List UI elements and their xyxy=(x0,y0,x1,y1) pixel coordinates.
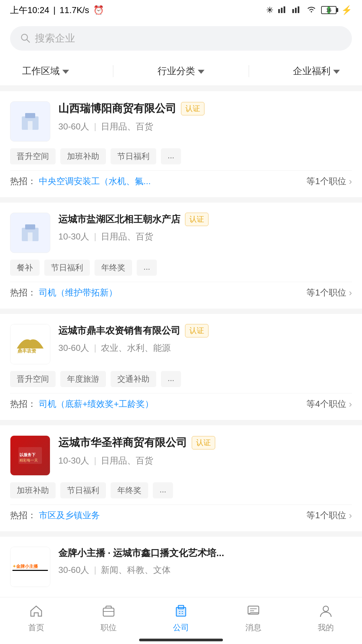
tag-2-0: 餐补 xyxy=(10,260,40,276)
hot-job-row-1[interactable]: 热招： 中央空调安装工（水机、氟... 等1个职位 › xyxy=(10,170,352,187)
nav-label-home: 首页 xyxy=(28,622,44,633)
company-meta-1: 30-60人 | 日用品、百货 xyxy=(58,121,352,132)
svg-rect-12 xyxy=(25,224,35,229)
company-info-3: 运城市鼎丰农资销售有限公司 认证 30-60人 | 农业、水利、能源 xyxy=(58,324,352,354)
svg-rect-13 xyxy=(28,232,33,241)
nav-item-jobs[interactable]: 职位 xyxy=(100,602,117,633)
company-name-4: 运城市华圣祥商贸有限公司 xyxy=(58,435,187,450)
wifi-icon xyxy=(306,5,316,15)
status-bar: 上午10:24 | 11.7K/s ⏰ ✳ xyxy=(0,0,362,20)
mine-icon xyxy=(317,602,335,620)
company-card-4[interactable]: 以服务下 精彩每一天 运城市华圣祥商贸有限公司 认证 10-30人 | 日用品、… xyxy=(0,425,362,531)
nav-item-home[interactable]: 首页 xyxy=(27,602,45,633)
hot-job-row-2[interactable]: 热招： 司机（维护带拓新） 等1个职位 › xyxy=(10,282,352,299)
svg-text:✦金牌小主播: ✦金牌小主播 xyxy=(12,564,38,569)
messages-icon xyxy=(245,602,262,620)
company-info-5: 金牌小主播 · 运城市鑫口播文化艺术培... 30-60人 | 新闻、科教、文体 xyxy=(58,547,352,576)
filter-bar: 工作区域 行业分类 企业福利 xyxy=(0,57,362,86)
tag-3-0: 晋升空间 xyxy=(10,371,56,387)
filter-work-area[interactable]: 工作区域 xyxy=(22,65,69,77)
company-name-row-5: 金牌小主播 · 运城市鑫口播文化艺术培... xyxy=(58,547,352,559)
nav-item-company[interactable]: 公司 xyxy=(172,602,190,633)
tag-3-2: 交通补助 xyxy=(111,371,156,387)
filter-divider-1 xyxy=(113,65,113,77)
alarm-icon: ⏰ xyxy=(93,5,104,15)
tag-4-2: 年终奖 xyxy=(111,482,148,498)
company-name-row-4: 运城市华圣祥商贸有限公司 认证 xyxy=(58,435,352,450)
signal-icon xyxy=(278,5,288,15)
hot-job-link-2[interactable]: 司机（维护带拓新） xyxy=(39,287,117,299)
home-icon xyxy=(27,602,45,620)
company-name-row-1: 山西瑞博阳商贸有限公司 认证 xyxy=(58,101,352,116)
tag-2-2: 年终奖 xyxy=(95,260,132,276)
search-placeholder: 搜索企业 xyxy=(35,32,75,45)
time: 上午10:24 xyxy=(10,4,49,16)
status-left: 上午10:24 | 11.7K/s ⏰ xyxy=(10,4,104,16)
company-logo-5: ✦金牌小主播 xyxy=(10,547,50,587)
filter-industry-label: 行业分类 xyxy=(158,65,195,77)
jobs-icon xyxy=(100,602,117,620)
hot-job-row-3[interactable]: 热招： 司机（底薪+绩效奖+工龄奖） 等4个职位 › xyxy=(10,393,352,410)
filter-work-area-arrow xyxy=(62,70,69,74)
search-input-wrap[interactable]: 搜索企业 xyxy=(10,26,352,51)
search-bar: 搜索企业 xyxy=(0,20,362,57)
svg-rect-10 xyxy=(28,121,33,130)
tag-4-0: 加班补助 xyxy=(10,482,56,498)
hot-job-count-2: 等1个职位 › xyxy=(306,287,352,299)
company-card-3[interactable]: 鼎丰农资 运城市鼎丰农资销售有限公司 认证 30-60人 | 农业、水利、能源 … xyxy=(0,314,362,420)
company-card-1[interactable]: 山西瑞博阳商贸有限公司 认证 30-60人 | 日用品、百货 晋升空间 加班补助… xyxy=(0,91,362,197)
tag-2-1: 节日福利 xyxy=(44,260,90,276)
separator: | xyxy=(53,5,56,15)
hot-job-row-4[interactable]: 热招： 市区及乡镇业务 等1个职位 › xyxy=(10,504,352,521)
company-card-5[interactable]: ✦金牌小主播 金牌小主播 · 运城市鑫口播文化艺术培... 30-60人 | 新… xyxy=(0,537,362,604)
arrow-right-1: › xyxy=(349,176,352,187)
hot-job-link-1[interactable]: 中央空调安装工（水机、氟... xyxy=(39,175,151,187)
company-header-5: ✦金牌小主播 金牌小主播 · 运城市鑫口播文化艺术培... 30-60人 | 新… xyxy=(10,547,352,587)
status-right: ✳ 16 ⚡ xyxy=(266,5,352,15)
company-card-2[interactable]: 运城市盐湖区北相王朝水产店 认证 10-30人 | 日用品、百货 餐补 节日福利… xyxy=(0,203,362,309)
hot-job-link-4[interactable]: 市区及乡镇业务 xyxy=(39,509,100,521)
company-header-3: 鼎丰农资 运城市鼎丰农资销售有限公司 认证 30-60人 | 农业、水利、能源 xyxy=(10,324,352,364)
company-meta-5: 30-60人 | 新闻、科教、文体 xyxy=(58,564,352,576)
company-logo-2 xyxy=(10,213,50,253)
company-info-1: 山西瑞博阳商贸有限公司 认证 30-60人 | 日用品、百货 xyxy=(58,101,352,132)
svg-rect-0 xyxy=(278,9,280,13)
svg-rect-1 xyxy=(281,8,283,13)
hot-job-count-4: 等1个职位 › xyxy=(306,509,352,521)
svg-line-7 xyxy=(27,40,29,42)
tag-3-3: ... xyxy=(161,371,181,387)
bottom-nav: 首页 职位 公司 xyxy=(0,597,362,644)
company-header-4: 以服务下 精彩每一天 运城市华圣祥商贸有限公司 认证 10-30人 | 日用品、… xyxy=(10,435,352,476)
company-name-2: 运城市盐湖区北相王朝水产店 xyxy=(58,213,180,226)
company-header-2: 运城市盐湖区北相王朝水产店 认证 10-30人 | 日用品、百货 xyxy=(10,213,352,253)
filter-industry[interactable]: 行业分类 xyxy=(158,65,204,77)
arrow-right-2: › xyxy=(349,287,352,298)
certified-badge-2: 认证 xyxy=(185,213,208,226)
company-industry-5: 新闻、科教、文体 xyxy=(101,564,171,576)
nav-item-mine[interactable]: 我的 xyxy=(317,602,335,633)
nav-label-jobs: 职位 xyxy=(101,622,117,633)
filter-work-area-label: 工作区域 xyxy=(22,65,60,77)
company-icon xyxy=(172,602,190,620)
nav-item-messages[interactable]: 消息 xyxy=(245,602,262,633)
company-industry-2: 日用品、百货 xyxy=(101,231,153,243)
filter-benefits[interactable]: 企业福利 xyxy=(293,65,340,77)
company-info-2: 运城市盐湖区北相王朝水产店 认证 10-30人 | 日用品、百货 xyxy=(58,213,352,243)
company-name-row-3: 运城市鼎丰农资销售有限公司 认证 xyxy=(58,324,352,337)
company-list: 山西瑞博阳商贸有限公司 认证 30-60人 | 日用品、百货 晋升空间 加班补助… xyxy=(0,91,362,644)
svg-text:以服务下: 以服务下 xyxy=(19,452,36,457)
company-industry-3: 农业、水利、能源 xyxy=(101,342,171,354)
hot-job-label-1: 热招： xyxy=(10,175,36,187)
hot-job-link-3[interactable]: 司机（底薪+绩效奖+工龄奖） xyxy=(39,398,154,410)
filter-benefits-label: 企业福利 xyxy=(293,65,330,77)
company-name-3: 运城市鼎丰农资销售有限公司 xyxy=(58,324,180,337)
tag-2-3: ... xyxy=(137,260,157,276)
hot-job-count-3: 等4个职位 › xyxy=(306,398,352,410)
tag-1-3: ... xyxy=(161,148,181,164)
certified-badge-1: 认证 xyxy=(181,102,204,115)
arrow-right-4: › xyxy=(349,510,352,521)
company-header-1: 山西瑞博阳商贸有限公司 认证 30-60人 | 日用品、百货 xyxy=(10,101,352,142)
svg-rect-4 xyxy=(295,8,297,13)
certified-badge-3: 认证 xyxy=(185,324,208,337)
hot-job-label-4: 热招： xyxy=(10,509,36,521)
